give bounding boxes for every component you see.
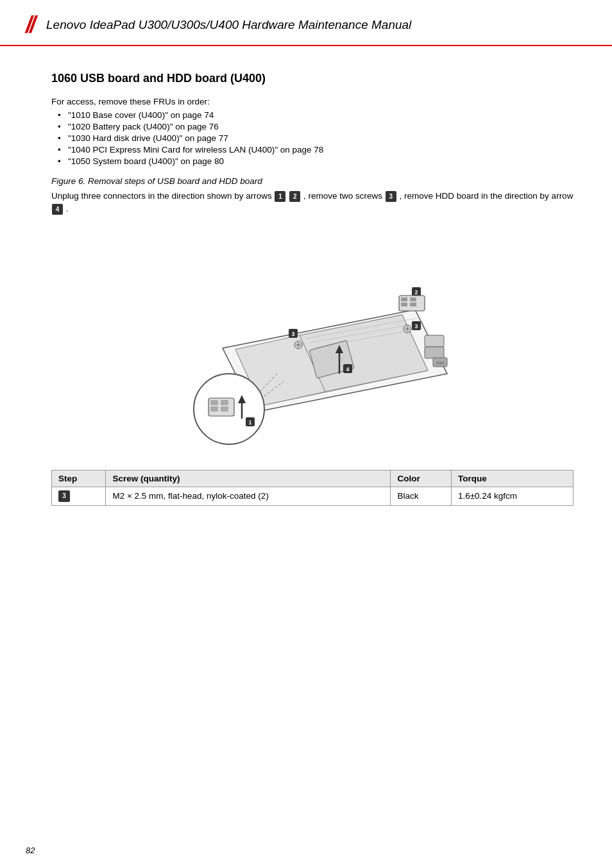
section-title: 1060 USB board and HDD board (U400) — [51, 72, 574, 85]
figure-desc-text3: , remove two screws — [303, 191, 385, 201]
diagram-container: 3 3 4 ||| — [51, 226, 574, 457]
list-item: "1030 Hard disk drive (U400)" on page 77 — [58, 133, 574, 143]
col-header-step: Step — [52, 470, 106, 487]
col-header-color: Color — [391, 470, 451, 487]
svg-rect-23 — [425, 347, 444, 358]
table-row: 3 M2 × 2.5 mm, flat-head, nylok-coated (… — [52, 487, 574, 505]
svg-rect-38 — [221, 406, 228, 412]
step-cell: 3 — [52, 487, 106, 505]
step-badge-3: 3 — [386, 191, 396, 202]
list-item: "1050 System board (U400)" on page 80 — [58, 156, 574, 166]
lenovo-logo: // — [26, 12, 37, 38]
svg-rect-30 — [410, 297, 416, 301]
figure-caption: Figure 6. Removal steps of USB board and… — [51, 176, 574, 186]
svg-rect-37 — [210, 406, 218, 412]
page-number: 82 — [26, 846, 35, 855]
svg-rect-35 — [210, 400, 218, 405]
main-content: 1060 USB board and HDD board (U400) For … — [0, 53, 612, 519]
torque-cell: 1.6±0.24 kgfcm — [451, 487, 573, 505]
svg-text:1: 1 — [248, 419, 251, 426]
figure-desc-text1: Unplug three connectors in the direction… — [51, 191, 274, 201]
step-badge-4: 4 — [52, 204, 63, 215]
col-header-screw: Screw (quantity) — [106, 470, 391, 487]
step-badge-2: 2 — [289, 191, 300, 202]
svg-text:||||||||: |||||||| — [436, 361, 445, 365]
svg-rect-22 — [425, 335, 444, 347]
color-cell: Black — [391, 487, 451, 505]
svg-text:3: 3 — [291, 331, 294, 337]
figure-desc-text5: . — [66, 204, 69, 213]
svg-text:4: 4 — [346, 366, 349, 372]
page-header: // Lenovo IdeaPad U300/U300s/U400 Hardwa… — [0, 0, 612, 46]
screw-table: Step Screw (quantity) Color Torque 3 M2 … — [51, 470, 574, 506]
removal-diagram: 3 3 4 ||| — [158, 226, 466, 457]
list-item: "1040 PCI Express Mini Card for wireless… — [58, 145, 574, 154]
col-header-torque: Torque — [451, 470, 573, 487]
step-badge-1: 1 — [275, 191, 285, 202]
screw-cell: M2 × 2.5 mm, flat-head, nylok-coated (2) — [106, 487, 391, 505]
intro-text: For access, remove these FRUs in order: — [51, 97, 574, 106]
fru-list: "1010 Base cover (U400)" on page 74 "102… — [58, 110, 574, 166]
svg-rect-31 — [401, 303, 407, 306]
list-item: "1020 Battery pack (U400)" on page 76 — [58, 122, 574, 131]
list-item: "1010 Base cover (U400)" on page 74 — [58, 110, 574, 120]
svg-text:2: 2 — [414, 289, 418, 296]
logo-slashes-icon: // — [26, 12, 33, 38]
figure-description: Unplug three connectors in the direction… — [51, 190, 574, 216]
svg-rect-32 — [410, 303, 416, 306]
document-title: Lenovo IdeaPad U300/U300s/U400 Hardware … — [46, 18, 411, 32]
step-number-badge: 3 — [58, 490, 70, 502]
svg-rect-36 — [221, 400, 228, 405]
figure-desc-text4: , remove HDD board in the direction by a… — [400, 191, 574, 201]
svg-rect-29 — [401, 297, 407, 301]
svg-text:3: 3 — [414, 323, 418, 330]
table-header-row: Step Screw (quantity) Color Torque — [52, 470, 574, 487]
